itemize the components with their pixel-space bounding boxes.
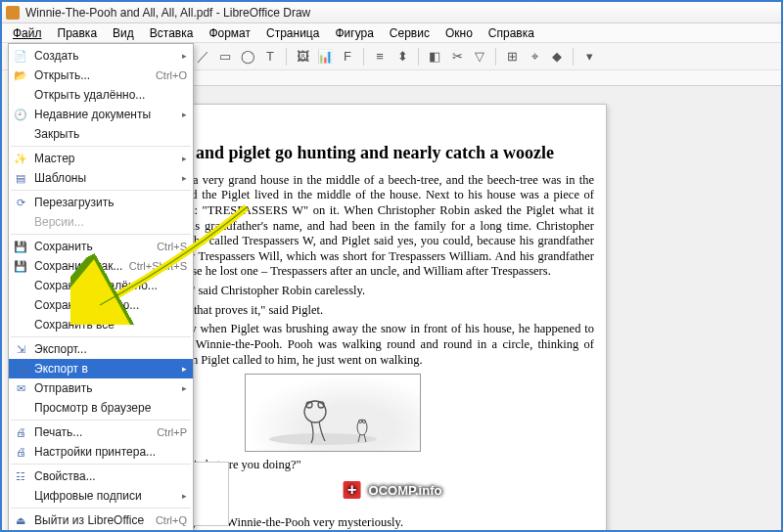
app-icon [6,6,20,20]
menu-view[interactable]: Вид [106,24,141,42]
svg-point-7 [362,421,365,423]
text-tool-icon[interactable]: T [260,47,280,66]
menu-page[interactable]: Страница [259,24,326,42]
menu-item-templates[interactable]: ▤Шаблоны▸ [9,168,193,188]
exit-icon: ⏏ [13,513,28,527]
menu-item-save-copy[interactable]: Сохранить копию... [9,295,193,315]
crop-icon[interactable]: ✂ [447,47,467,66]
menu-item-open[interactable]: 📂Открыть...Ctrl+O [9,66,193,85]
menu-item-close[interactable]: Закрыть [9,124,193,144]
menu-item-save[interactable]: 💾СохранитьCtrl+S [9,237,193,256]
submenu-arrow-icon: ▸ [182,154,187,163]
doc-icon: 📄 [13,49,28,63]
send-icon: ✉ [13,381,28,395]
svg-point-6 [358,421,361,423]
submenu-arrow-icon: ▸ [182,51,187,61]
menu-bar: Файл Правка Вид Вставка Формат Страница … [2,23,781,43]
watermark: + OCOMP.info [342,479,442,501]
more-icon[interactable]: ▾ [579,47,599,66]
open-icon: 📂 [13,68,28,82]
menu-item-printer-settings[interactable]: 🖨Настройки принтера... [9,442,193,462]
file-dropdown-menu: 📄Создать▸ 📂Открыть...Ctrl+O Открыть удал… [8,43,194,532]
glue-icon[interactable]: ◆ [547,47,567,66]
submenu-arrow-icon: ▸ [182,491,187,501]
reload-icon: ⟳ [13,196,28,209]
watermark-text: OCOMP.info [369,483,442,498]
template-icon: ▤ [13,171,28,185]
menu-item-export-as[interactable]: ⇲Экспорт в▸ [9,359,193,378]
menu-file[interactable]: Файл [6,24,49,42]
save-icon: 💾 [13,240,28,253]
menu-format[interactable]: Формат [202,24,257,42]
menu-window[interactable]: Окно [438,24,480,42]
menu-item-versions: Версии... [9,212,193,232]
menu-item-save-remote[interactable]: Сохранить удалённо... [9,276,193,295]
menu-insert[interactable]: Вставка [143,24,201,42]
line-tool-icon[interactable]: ／ [193,47,212,66]
export-icon: ⇲ [13,342,28,356]
menu-item-exit[interactable]: ⏏Выйти из LibreOfficeCtrl+Q [9,510,193,530]
menu-item-send[interactable]: ✉Отправить▸ [9,378,193,398]
fontwork-icon[interactable]: F [338,47,357,66]
menu-item-digital-signatures[interactable]: Цифровые подписи▸ [9,486,193,506]
menu-item-wizard[interactable]: ✨Мастер▸ [9,149,193,168]
recent-icon: 🕘 [13,108,28,121]
submenu-arrow-icon: ▸ [182,110,187,119]
menu-item-open-remote[interactable]: Открыть удалённо... [9,85,193,105]
submenu-arrow-icon: ▸ [182,383,187,393]
shadow-icon[interactable]: ◧ [425,47,444,66]
menu-tools[interactable]: Сервис [383,24,437,42]
menu-item-print[interactable]: 🖨Печать...Ctrl+P [9,422,193,442]
export-icon: ⇲ [13,362,28,376]
printer-settings-icon: 🖨 [13,445,28,459]
ellipse-tool-icon[interactable]: ◯ [238,47,257,66]
align-icon[interactable]: ≡ [370,47,390,66]
arrange-icon[interactable]: ⬍ [392,47,412,66]
menu-item-export[interactable]: ⇲Экспорт... [9,339,193,359]
image-icon[interactable]: 🖼 [293,47,312,66]
watermark-icon: + [342,479,363,501]
save-as-icon: 💾 [13,259,28,273]
wizard-icon: ✨ [13,152,28,165]
menu-item-properties[interactable]: ☷Свойства... [9,466,193,486]
submenu-arrow-icon: ▸ [182,173,187,183]
illustration [245,374,421,452]
menu-item-reload[interactable]: ⟳Перезагрузить [9,193,193,212]
menu-item-preview-browser[interactable]: Просмотр в браузере [9,398,193,418]
rect-tool-icon[interactable]: ▭ [215,47,235,66]
menu-shape[interactable]: Фигура [328,24,380,42]
menu-edit[interactable]: Правка [51,24,105,42]
properties-icon: ☷ [13,469,28,483]
menu-help[interactable]: Справка [482,24,541,42]
snap-icon[interactable]: ⌖ [525,47,544,66]
print-icon: 🖨 [13,425,28,439]
filter-icon[interactable]: ▽ [470,47,489,66]
menu-item-new[interactable]: 📄Создать▸ [9,46,193,66]
title-bar: Winnie-The-Pooh and All, All, All.pdf - … [2,2,781,23]
svg-point-2 [304,401,326,422]
submenu-arrow-icon: ▸ [182,364,187,374]
window-title: Winnie-The-Pooh and All, All, All.pdf - … [25,6,310,20]
menu-item-save-all[interactable]: Сохранить все [9,315,193,334]
menu-item-recent[interactable]: 🕘Недавние документы▸ [9,105,193,124]
grid-icon[interactable]: ⊞ [502,47,522,66]
chart-icon[interactable]: 📊 [315,47,335,66]
menu-item-save-as[interactable]: 💾Сохранить как...Ctrl+Shift+S [9,256,193,276]
